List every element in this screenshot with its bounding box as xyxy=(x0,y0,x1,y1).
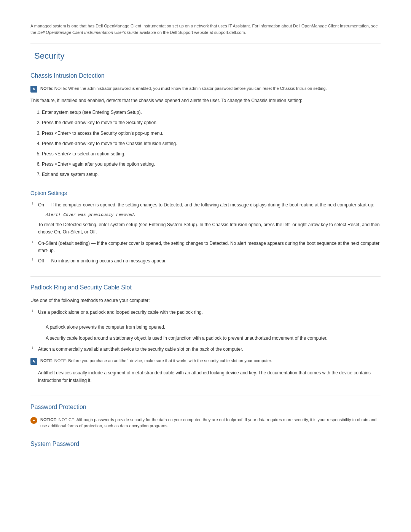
padlock-final-text: Antitheft devices usually include a segm… xyxy=(38,369,381,384)
chassis-note-box: ✎ NOTE: NOTE: When the administrator pas… xyxy=(30,85,381,93)
password-protection-section: Password Protection ● NOTICE: NOTICE: Al… xyxy=(30,404,381,429)
step-5: Press <Enter> to select an option settin… xyxy=(42,150,381,158)
intro-paragraph: A managed system is one that has Dell Op… xyxy=(30,23,381,35)
option-off: Off — No intrusion monitoring occurs and… xyxy=(30,257,381,265)
password-notice-text: NOTICE: NOTICE: Although passwords provi… xyxy=(40,417,381,429)
option-settings-list: On — If the computer cover is opened, th… xyxy=(30,201,381,265)
alert-code: Alert! Cover was previously removed. xyxy=(46,212,381,219)
notice-icon: ● xyxy=(30,417,37,424)
padlock-intro-text: Use one of the following methods to secu… xyxy=(30,297,381,304)
padlock-bullets: Use a padlock alone or a padlock and loo… xyxy=(30,309,381,353)
page-title: Security xyxy=(34,51,381,61)
padlock-section: Padlock Ring and Security Cable Slot Use… xyxy=(30,284,381,384)
padlock-sub1: A padlock alone prevents the computer fr… xyxy=(46,324,381,331)
password-protection-heading: Password Protection xyxy=(30,404,381,411)
padlock-note-text: NOTE: NOTE: Before you purchase an antit… xyxy=(40,358,272,364)
chassis-intrusion-section: Chassis Intrusion Detection ✎ NOTE: NOTE… xyxy=(30,72,381,179)
step-4: Press the down-arrow key to move to the … xyxy=(42,140,381,147)
option-settings-section: Option Settings On — If the computer cov… xyxy=(30,190,381,265)
top-divider xyxy=(30,43,381,43)
padlock-note-icon: ✎ xyxy=(30,358,37,365)
padlock-heading: Padlock Ring and Security Cable Slot xyxy=(30,284,381,291)
system-password-section: System Password xyxy=(30,441,381,447)
padlock-sub2: A security cable looped around a station… xyxy=(46,335,381,342)
padlock-bullet-1: Use a padlock alone or a padlock and loo… xyxy=(30,309,381,342)
padlock-bullet-2: Attach a commercially available antithef… xyxy=(30,346,381,353)
step-3: Press <Enter> to access the Security opt… xyxy=(42,130,381,137)
option-settings-heading: Option Settings xyxy=(30,190,381,196)
chassis-steps-list: Enter system setup (see Entering System … xyxy=(42,109,381,178)
padlock-note-box: ✎ NOTE: NOTE: Before you purchase an ant… xyxy=(30,358,381,365)
mid-divider xyxy=(30,276,381,276)
system-password-heading: System Password xyxy=(30,441,381,447)
step-2: Press the down-arrow key to move to the … xyxy=(42,119,381,126)
chassis-intrusion-heading: Chassis Intrusion Detection xyxy=(30,72,381,79)
option-on: On — If the computer cover is opened, th… xyxy=(30,201,381,236)
step-7: Exit and save system setup. xyxy=(42,171,381,178)
password-notice-box: ● NOTICE: NOTICE: Although passwords pro… xyxy=(30,417,381,429)
bottom-divider xyxy=(30,396,381,396)
chassis-intro-text: This feature, if installed and enabled, … xyxy=(30,97,381,104)
chassis-note-text: NOTE: NOTE: When the administrator passw… xyxy=(40,85,327,92)
option-on-extra: To reset the Detected setting, enter sys… xyxy=(38,221,381,236)
step-6: Press <Enter> again after you update the… xyxy=(42,161,381,168)
note-icon: ✎ xyxy=(30,86,37,93)
step-1: Enter system setup (see Entering System … xyxy=(42,109,381,116)
option-on-silent: On-Silent (default setting) — If the com… xyxy=(30,240,381,254)
